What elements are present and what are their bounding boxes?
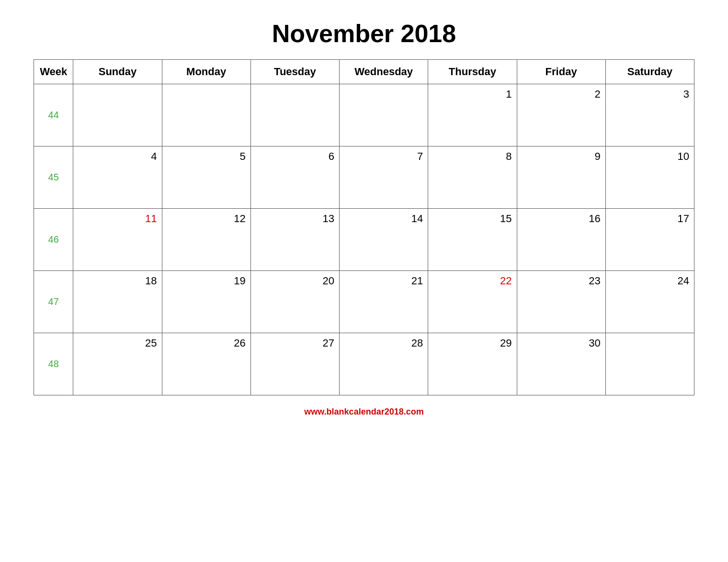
day-number: 24 <box>611 275 689 287</box>
day-cell: 8 <box>428 146 517 209</box>
day-cell <box>250 84 339 146</box>
day-cell <box>340 84 428 146</box>
day-cell: 16 <box>517 209 605 271</box>
day-number: 11 <box>78 213 157 225</box>
day-cell: 24 <box>605 271 694 333</box>
day-number: 2 <box>522 88 601 101</box>
day-cell: 12 <box>162 209 250 271</box>
day-cell: 1 <box>428 84 517 146</box>
day-number: 26 <box>167 337 246 349</box>
day-number: 14 <box>344 213 423 225</box>
day-number: 19 <box>167 275 246 287</box>
week-row-46: 4611121314151617 <box>34 209 694 271</box>
calendar-table: WeekSundayMondayTuesdayWednesdayThursday… <box>34 59 694 395</box>
day-number: 12 <box>167 213 246 225</box>
day-number: 23 <box>522 275 601 287</box>
day-cell: 23 <box>517 271 605 333</box>
day-cell: 25 <box>73 333 162 395</box>
day-cell: 7 <box>340 146 428 209</box>
day-number: 25 <box>78 337 157 349</box>
day-cell: 29 <box>428 333 517 395</box>
day-cell: 22 <box>428 271 517 333</box>
day-cell <box>605 333 694 395</box>
day-cell: 10 <box>605 146 694 209</box>
day-number: 8 <box>433 150 512 163</box>
header-tuesday: Tuesday <box>250 60 339 84</box>
week-row-45: 4545678910 <box>34 146 694 209</box>
day-cell: 27 <box>250 333 339 395</box>
day-number: 18 <box>78 275 157 287</box>
day-cell: 14 <box>340 209 428 271</box>
day-number: 27 <box>256 337 334 349</box>
day-cell: 20 <box>250 271 339 333</box>
day-cell: 4 <box>73 146 162 209</box>
day-cell: 6 <box>250 146 339 209</box>
day-cell: 21 <box>340 271 428 333</box>
calendar-wrapper: WeekSundayMondayTuesdayWednesdayThursday… <box>34 59 694 395</box>
day-cell: 13 <box>250 209 339 271</box>
week-row-48: 48252627282930 <box>34 333 694 395</box>
day-cell: 5 <box>162 146 250 209</box>
day-cell: 28 <box>340 333 428 395</box>
day-cell <box>162 84 250 146</box>
day-cell: 2 <box>517 84 605 146</box>
header-sunday: Sunday <box>73 60 162 84</box>
week-row-44: 44123 <box>34 84 694 146</box>
day-cell: 26 <box>162 333 250 395</box>
day-number: 9 <box>522 150 601 163</box>
day-number: 4 <box>78 150 157 163</box>
week-number-45: 45 <box>34 146 73 209</box>
header-monday: Monday <box>162 60 250 84</box>
header-wednesday: Wednesday <box>340 60 428 84</box>
day-cell: 17 <box>605 209 694 271</box>
header-thursday: Thursday <box>428 60 517 84</box>
day-number: 20 <box>256 275 334 287</box>
week-number-48: 48 <box>34 333 73 395</box>
day-number: 28 <box>344 337 423 349</box>
week-row-47: 4718192021222324 <box>34 271 694 333</box>
day-number: 21 <box>344 275 423 287</box>
day-number: 7 <box>344 150 423 163</box>
day-number: 15 <box>433 213 512 225</box>
header-saturday: Saturday <box>605 60 694 84</box>
day-cell: 18 <box>73 271 162 333</box>
day-number: 6 <box>256 150 334 163</box>
day-cell: 19 <box>162 271 250 333</box>
week-number-44: 44 <box>34 84 73 146</box>
week-number-46: 46 <box>34 209 73 271</box>
header-friday: Friday <box>517 60 605 84</box>
footer-link[interactable]: www.blankcalendar2018.com <box>304 407 423 417</box>
day-cell: 15 <box>428 209 517 271</box>
week-number-47: 47 <box>34 271 73 333</box>
day-number: 30 <box>522 337 601 349</box>
day-number: 3 <box>611 88 689 101</box>
day-cell: 30 <box>517 333 605 395</box>
day-cell: 3 <box>605 84 694 146</box>
day-cell: 11 <box>73 209 162 271</box>
day-number: 29 <box>433 337 512 349</box>
day-number: 13 <box>256 213 334 225</box>
day-cell <box>73 84 162 146</box>
header-row: WeekSundayMondayTuesdayWednesdayThursday… <box>34 60 694 84</box>
day-number: 17 <box>611 213 689 225</box>
day-number: 16 <box>522 213 601 225</box>
page-title: November 2018 <box>272 19 456 48</box>
day-number: 22 <box>433 275 512 287</box>
header-week: Week <box>34 60 73 84</box>
day-number: 5 <box>167 150 246 163</box>
day-number: 10 <box>611 150 689 163</box>
day-cell: 9 <box>517 146 605 209</box>
day-number: 1 <box>433 88 512 101</box>
